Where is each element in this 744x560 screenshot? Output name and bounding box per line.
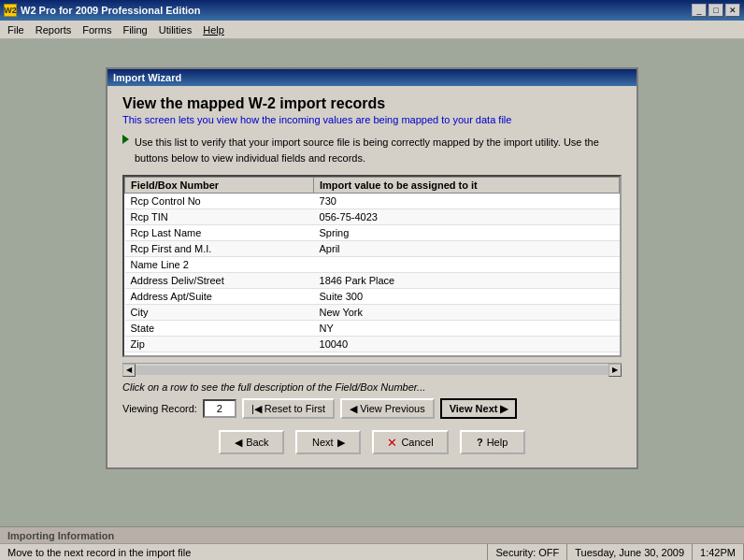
menu-help[interactable]: Help	[197, 22, 230, 37]
bottom-navigation: ◀ Back Next ▶ ✕ Cancel ? Help	[122, 430, 622, 454]
viewing-record-input[interactable]	[203, 399, 236, 418]
next-icon: ▶	[500, 403, 508, 415]
scroll-track[interactable]	[136, 366, 608, 375]
window-title: W2 Pro for 2009 Professional Edition	[21, 5, 201, 16]
table-row[interactable]: Rcp First and M.I.April	[125, 241, 620, 257]
dialog-heading: View the mapped W-2 import records	[122, 95, 622, 112]
view-next-button[interactable]: View Next ▶	[440, 398, 518, 419]
cancel-button[interactable]: ✕ Cancel	[372, 430, 448, 454]
table-row[interactable]: Zip10040	[125, 337, 620, 352]
maximize-button[interactable]: □	[708, 4, 723, 17]
reset-icon: |◀	[251, 403, 262, 415]
menu-bar: File Reports Forms Filing Utilities Help	[0, 21, 744, 39]
cancel-icon: ✕	[387, 436, 397, 450]
table-row[interactable]: Address Type	[125, 352, 620, 358]
next-button[interactable]: Next ▶	[295, 430, 361, 454]
table-row[interactable]: Name Line 2	[125, 257, 620, 273]
close-button[interactable]: ✕	[725, 4, 740, 17]
table-row[interactable]: CityNew York	[125, 305, 620, 321]
info-box: Use this list to verify that your import…	[122, 135, 622, 165]
data-table-container: Field/Box Number Import value to be assi…	[122, 175, 622, 357]
app-icon: W2	[4, 4, 17, 17]
status-security: Security: OFF	[488, 544, 567, 560]
main-area: Import Wizard View the mapped W-2 import…	[0, 39, 744, 545]
reset-to-first-button[interactable]: |◀ Reset to First	[242, 398, 335, 419]
mapping-table: Field/Box Number Import value to be assi…	[124, 177, 620, 357]
col-field-header: Field/Box Number	[125, 178, 314, 194]
status-label-bar: Importing Information	[0, 527, 744, 544]
prev-icon: ◀	[350, 403, 357, 415]
menu-file[interactable]: File	[2, 22, 30, 37]
dialog-subtitle: This screen lets you view how the incomi…	[122, 114, 622, 125]
back-icon: ◀	[235, 437, 242, 449]
help-button[interactable]: ? Help	[460, 430, 525, 454]
info-text: Use this list to verify that your import…	[135, 135, 622, 165]
status-date: Tuesday, June 30, 2009	[567, 544, 693, 560]
minimize-button[interactable]: _	[692, 4, 707, 17]
table-row[interactable]: Rcp Last NameSpring	[125, 225, 620, 241]
scroll-right-button[interactable]: ▶	[608, 364, 622, 377]
info-arrow-icon	[122, 135, 129, 144]
col-value-header: Import value to be assigned to it	[314, 178, 620, 194]
status-section-label: Importing Information	[7, 530, 114, 541]
horizontal-scrollbar[interactable]: ◀ ▶	[122, 363, 622, 376]
table-row[interactable]: Rcp Control No730	[125, 194, 620, 209]
next-arrow-icon: ▶	[337, 437, 345, 449]
view-previous-button[interactable]: ◀ View Previous	[340, 398, 435, 419]
table-row[interactable]: StateNY	[125, 321, 620, 337]
viewing-record-label: Viewing Record:	[122, 403, 197, 414]
scroll-left-button[interactable]: ◀	[122, 364, 136, 377]
click-info-text: Click on a row to see the full descripti…	[122, 381, 622, 393]
menu-utilities[interactable]: Utilities	[153, 22, 197, 37]
title-bar: W2 W2 Pro for 2009 Professional Edition …	[0, 0, 744, 21]
status-message: Move to the next record in the import fi…	[0, 544, 488, 560]
menu-forms[interactable]: Forms	[77, 22, 117, 37]
table-row[interactable]: Address Deliv/Street1846 Park Place	[125, 273, 620, 289]
menu-reports[interactable]: Reports	[30, 22, 78, 37]
table-row[interactable]: Rcp TIN056-75-4023	[125, 209, 620, 225]
dialog-titlebar: Import Wizard	[107, 69, 637, 86]
status-info-bar: Move to the next record in the import fi…	[0, 544, 744, 560]
status-bar: Importing Information Move to the next r…	[0, 526, 744, 560]
status-time: 1:42PM	[693, 544, 744, 560]
menu-filing[interactable]: Filing	[117, 22, 152, 37]
viewing-record-row: Viewing Record: |◀ Reset to First ◀ View…	[122, 398, 622, 419]
help-icon: ?	[477, 437, 483, 448]
import-wizard-dialog: Import Wizard View the mapped W-2 import…	[106, 67, 638, 469]
table-row[interactable]: Address Apt/SuiteSuite 300	[125, 289, 620, 305]
back-button[interactable]: ◀ Back	[219, 430, 284, 454]
